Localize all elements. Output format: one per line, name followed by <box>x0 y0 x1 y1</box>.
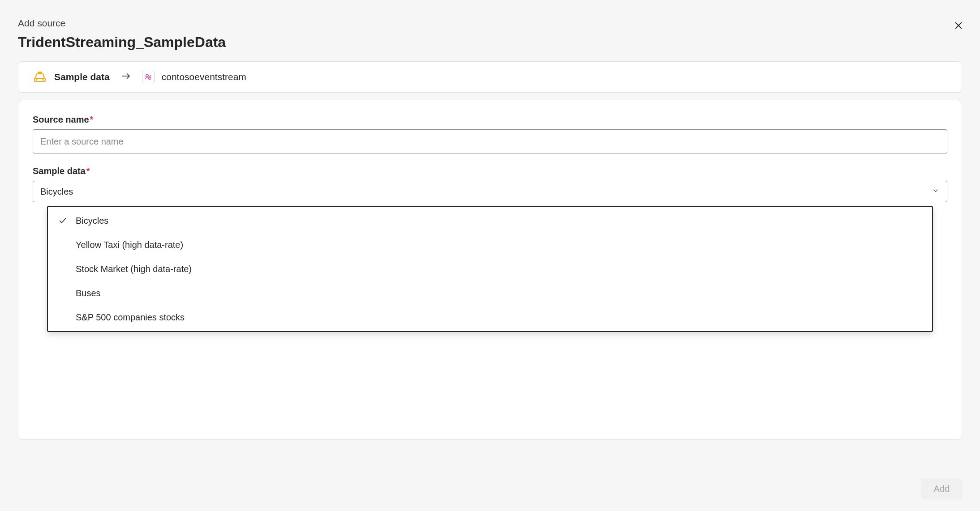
page-title: TridentStreaming_SampleData <box>18 34 962 51</box>
check-placeholder <box>58 264 68 274</box>
dropdown-option-sp500[interactable]: S&P 500 companies stocks <box>48 305 932 329</box>
breadcrumb-source: Sample data <box>33 70 110 84</box>
arrow-right-icon <box>120 71 131 83</box>
dropdown-option-bicycles[interactable]: Bicycles <box>48 209 932 233</box>
add-button[interactable]: Add <box>921 478 962 499</box>
check-placeholder <box>58 312 68 322</box>
dropdown-option-label: Stock Market (high data-rate) <box>76 264 192 274</box>
sample-data-label: Sample data* <box>33 166 947 176</box>
breadcrumb: Sample data contosoeventstream <box>18 61 962 93</box>
sample-data-select[interactable]: Bicycles <box>33 181 947 202</box>
svg-point-4 <box>36 79 37 81</box>
dropdown-option-label: Yellow Taxi (high data-rate) <box>76 240 183 250</box>
close-icon <box>953 20 964 32</box>
dropdown-option-label: Bicycles <box>76 216 108 226</box>
check-placeholder <box>58 288 68 298</box>
required-marker: * <box>86 166 90 176</box>
page-subtitle: Add source <box>18 18 962 29</box>
breadcrumb-source-label: Sample data <box>54 72 110 82</box>
source-name-label: Source name* <box>33 115 947 125</box>
footer: Add <box>921 478 962 499</box>
breadcrumb-target-label: contosoeventstream <box>162 72 246 82</box>
form-card: Source name* Sample data* Bicycles Bicyc <box>18 100 962 440</box>
source-name-input[interactable] <box>33 129 947 153</box>
check-placeholder <box>58 240 68 250</box>
dropdown-option-buses[interactable]: Buses <box>48 281 932 305</box>
svg-point-5 <box>42 79 43 81</box>
check-icon <box>58 216 68 226</box>
dropdown-option-stock-market[interactable]: Stock Market (high data-rate) <box>48 257 932 281</box>
required-marker: * <box>90 115 94 124</box>
chevron-down-icon <box>932 187 940 197</box>
close-button[interactable] <box>950 18 967 34</box>
sample-data-selected-value: Bicycles <box>40 187 73 197</box>
sample-data-dropdown: Bicycles Yellow Taxi (high data-rate) St… <box>47 206 933 332</box>
breadcrumb-target: contosoeventstream <box>142 71 246 83</box>
dropdown-option-yellow-taxi[interactable]: Yellow Taxi (high data-rate) <box>48 233 932 257</box>
taxi-icon <box>33 70 47 84</box>
dropdown-option-label: Buses <box>76 288 101 298</box>
dropdown-option-label: S&P 500 companies stocks <box>76 312 185 323</box>
eventstream-icon <box>142 71 155 83</box>
